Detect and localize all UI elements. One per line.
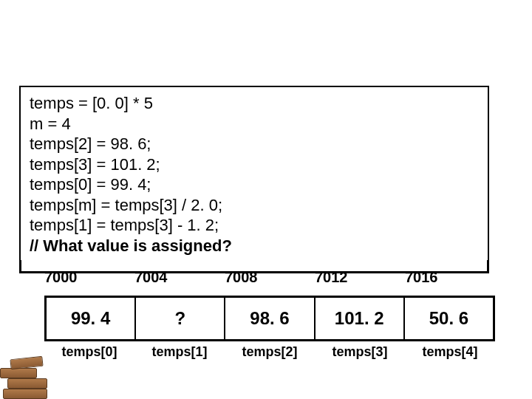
array-cell: 101. 2 [316,298,405,339]
code-line: temps[m] = temps[3] / 2. 0; [30,195,479,216]
array-cell: ? [136,298,225,339]
address-cell: 7000 [44,269,134,286]
code-block: temps = [0. 0] * 5 m = 4 temps[2] = 98. … [21,87,488,260]
address-cell: 7004 [134,269,225,286]
books-icon [0,352,59,399]
address-row: 7000 7004 7008 7012 7016 [44,269,495,286]
array-cell: 50. 6 [405,298,493,339]
code-line: temps[0] = 99. 4; [30,174,479,195]
code-line: m = 4 [30,114,479,134]
address-cell: 7016 [405,269,495,286]
index-label-row: temps[0] temps[1] temps[2] temps[3] temp… [44,344,495,360]
code-line: temps[1] = temps[3] - 1. 2; [30,215,479,236]
index-label: temps[3] [315,344,405,360]
code-line: temps = [0. 0] * 5 [30,93,479,114]
index-label: temps[2] [225,344,315,360]
address-cell: 7012 [315,269,405,286]
index-label: temps[1] [134,344,225,360]
address-cell: 7008 [225,269,315,286]
code-line: temps[3] = 101. 2; [30,154,479,175]
index-label: temps[4] [405,344,495,360]
array-cell: 99. 4 [47,298,136,339]
array-table: 99. 4 ? 98. 6 101. 2 50. 6 [44,296,495,341]
code-line-comment: // What value is assigned? [30,236,479,256]
code-line: temps[2] = 98. 6; [30,134,479,154]
array-cell: 98. 6 [225,298,315,339]
